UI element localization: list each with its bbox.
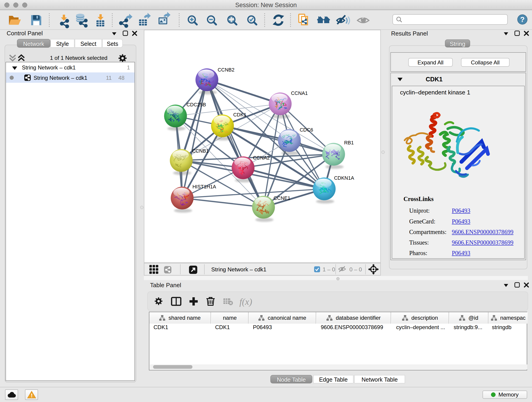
svg-text:1 – 0: 1 – 0 [323,266,335,273]
svg-text:CCNB2: CCNB2 [218,67,234,73]
svg-text:HIST1H1A: HIST1H1A [192,184,216,190]
svg-text:CDC25B: CDC25B [186,102,206,108]
svg-text:CCNE1: CCNE1 [273,195,290,201]
svg-text:RB1: RB1 [344,140,354,146]
svg-text:?: ? [520,15,525,24]
svg-text:CDK1: CDK1 [233,112,247,118]
svg-text:CDC6: CDC6 [300,127,313,133]
svg-text:0 – 0: 0 – 0 [349,266,362,273]
svg-text:CDKN1A: CDKN1A [334,175,354,181]
svg-text:String Network – cdk1: String Network – cdk1 [211,266,266,273]
svg-text:CCNB1: CCNB1 [192,148,209,154]
svg-text:CCNA2: CCNA2 [253,155,270,161]
svg-text:f(x): f(x) [239,297,252,307]
svg-text:CCNA1: CCNA1 [291,90,308,96]
